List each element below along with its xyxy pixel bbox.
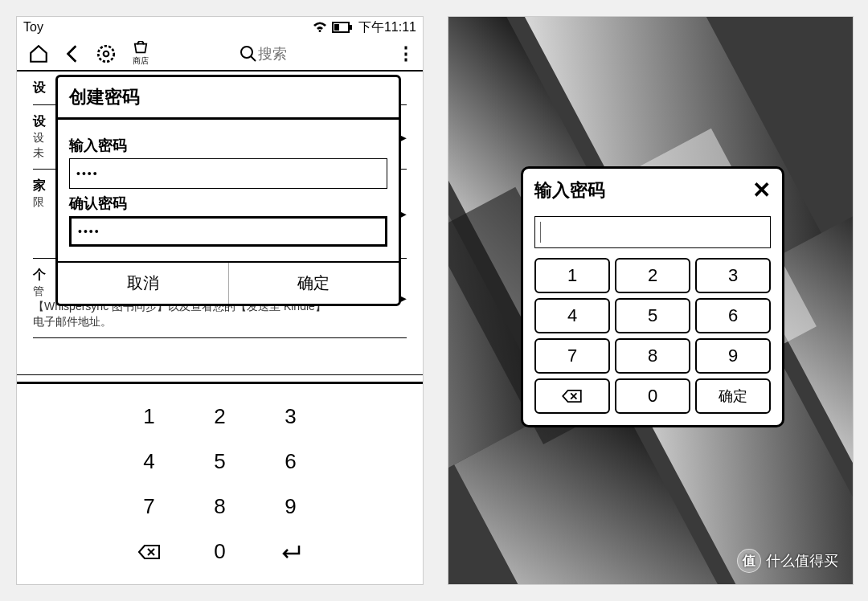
battery-icon: [332, 22, 353, 33]
dialog-title: 创建密码: [58, 77, 399, 120]
gear-icon[interactable]: [89, 39, 123, 68]
cancel-button[interactable]: 取消: [58, 263, 229, 304]
key-1[interactable]: 1: [534, 258, 610, 293]
right-device-screen: 输入密码 ✕ 1 2 3 4 5 6 7 8 9 0 确定 值 什么值得买: [448, 16, 854, 585]
status-bar: Toy 下午11:11: [17, 17, 423, 38]
key-2[interactable]: 2: [185, 395, 256, 440]
key-9[interactable]: 9: [256, 484, 326, 529]
key-2[interactable]: 2: [615, 258, 690, 293]
key-6[interactable]: 6: [695, 298, 771, 333]
back-icon[interactable]: [55, 39, 89, 68]
key-enter[interactable]: [256, 529, 326, 574]
key-9[interactable]: 9: [695, 338, 771, 374]
key-4[interactable]: 4: [534, 298, 610, 333]
search-input[interactable]: [258, 46, 338, 63]
create-password-dialog: 创建密码 输入密码 确认密码 取消 确定: [55, 75, 401, 306]
store-button[interactable]: 商店: [123, 41, 158, 67]
search-area[interactable]: [239, 44, 394, 63]
password-label: 输入密码: [69, 136, 387, 155]
toolbar: 商店 ⋮: [17, 38, 423, 72]
svg-rect-2: [350, 25, 352, 30]
close-icon[interactable]: ✕: [752, 177, 771, 203]
svg-point-4: [104, 51, 109, 57]
key-7[interactable]: 7: [114, 484, 185, 529]
ok-button[interactable]: 确定: [229, 263, 399, 304]
key-3[interactable]: 3: [695, 258, 771, 293]
wifi-icon: [313, 22, 327, 33]
device-name: Toy: [23, 20, 43, 35]
key-1[interactable]: 1: [114, 395, 185, 440]
store-label: 商店: [133, 55, 149, 67]
left-device-screen: Toy 下午11:11 商店 ⋮ 设 设 设未 ▶ 家 限 ▶: [16, 16, 424, 585]
enter-password-dialog: 输入密码 ✕ 1 2 3 4 5 6 7 8 9 0 确定: [521, 166, 784, 427]
key-5[interactable]: 5: [185, 440, 256, 484]
key-backspace[interactable]: [534, 378, 610, 414]
key-3[interactable]: 3: [256, 395, 326, 440]
watermark-badge: 值: [737, 549, 761, 573]
password-input[interactable]: [69, 158, 387, 189]
svg-point-3: [98, 46, 114, 62]
menu-dots-icon[interactable]: ⋮: [394, 43, 418, 64]
numeric-keypad: 1 2 3 4 5 6 7 8 9 0 确定: [534, 258, 771, 414]
confirm-password-label: 确认密码: [69, 194, 387, 213]
svg-rect-1: [334, 24, 339, 31]
key-4[interactable]: 4: [114, 440, 185, 484]
key-backspace[interactable]: [114, 529, 185, 574]
search-icon: [239, 44, 258, 63]
watermark: 值 什么值得买: [737, 549, 838, 573]
key-5[interactable]: 5: [615, 298, 690, 333]
key-6[interactable]: 6: [256, 440, 326, 484]
password-input[interactable]: [534, 216, 771, 248]
numeric-keypad: 1 2 3 4 5 6 7 8 9 0: [17, 382, 423, 584]
svg-point-5: [241, 47, 252, 58]
confirm-password-input[interactable]: [69, 216, 387, 247]
key-0[interactable]: 0: [185, 529, 256, 574]
key-0[interactable]: 0: [615, 378, 690, 414]
home-icon[interactable]: [22, 39, 55, 68]
key-8[interactable]: 8: [615, 338, 690, 374]
dialog-title: 输入密码: [534, 178, 752, 202]
watermark-text: 什么值得买: [766, 551, 838, 570]
key-7[interactable]: 7: [534, 338, 610, 374]
clock: 下午11:11: [358, 19, 416, 36]
key-8[interactable]: 8: [185, 484, 256, 529]
key-ok[interactable]: 确定: [695, 378, 771, 414]
